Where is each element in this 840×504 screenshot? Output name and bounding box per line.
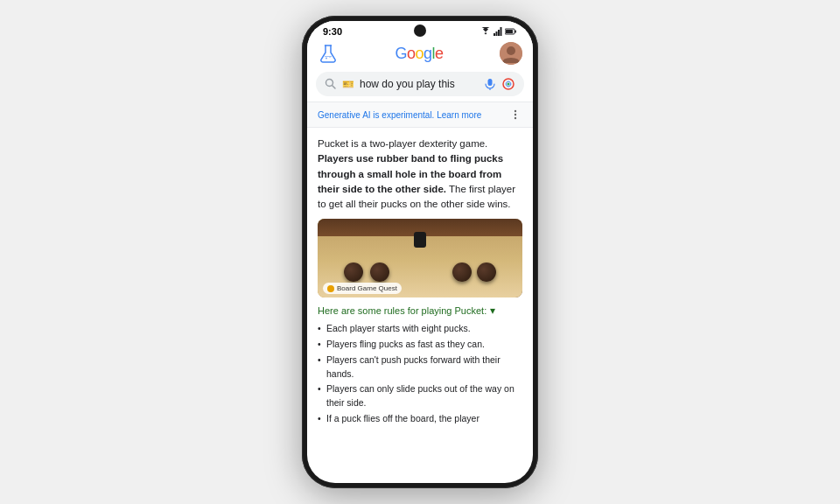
phone-device: 9:30 xyxy=(302,16,538,488)
ai-banner-text: Generative AI is experimental. Learn mor… xyxy=(318,110,481,120)
google-logo: Google xyxy=(395,45,443,63)
summary-intro: Pucket is a two-player dexterity game. xyxy=(318,138,487,149)
svg-point-7 xyxy=(326,58,327,60)
svg-rect-2 xyxy=(498,30,500,36)
svg-rect-0 xyxy=(494,33,495,36)
svg-line-13 xyxy=(332,86,336,89)
user-avatar[interactable] xyxy=(500,42,522,65)
status-time: 9:30 xyxy=(323,26,342,37)
flask-icon[interactable] xyxy=(318,43,339,64)
rule-item-5: If a puck flies off the board, the playe… xyxy=(318,412,522,426)
top-bar: Google xyxy=(307,38,533,68)
main-content: Pucket is a two-player dexterity game. P… xyxy=(307,128,533,483)
signal-icon xyxy=(494,27,502,36)
svg-rect-14 xyxy=(488,79,493,86)
svg-point-20 xyxy=(514,117,516,119)
summary-text: Pucket is a two-player dexterity game. P… xyxy=(318,136,522,212)
svg-rect-5 xyxy=(506,30,513,33)
rule-item-3: Players can't push pucks forward with th… xyxy=(318,354,522,382)
image-caption: Board Game Quest xyxy=(323,283,402,294)
svg-rect-1 xyxy=(496,32,498,36)
search-icon xyxy=(325,78,337,90)
svg-point-17 xyxy=(508,83,510,86)
rule-item-2: Players fling pucks as fast as they can. xyxy=(318,338,522,352)
more-options-icon[interactable] xyxy=(508,108,522,122)
learn-more-link[interactable]: Learn more xyxy=(437,110,481,120)
phone-screen: 9:30 xyxy=(307,21,533,483)
wifi-icon xyxy=(480,27,491,36)
caption-dot xyxy=(327,285,334,292)
game-image: Board Game Quest xyxy=(318,219,522,298)
rules-list: Each player starts with eight pucks. Pla… xyxy=(318,322,522,425)
ai-banner: Generative AI is experimental. Learn mor… xyxy=(307,102,533,128)
microphone-icon[interactable] xyxy=(484,78,496,90)
board-hole xyxy=(414,232,426,248)
rule-item-4: Players can only slide pucks out of the … xyxy=(318,382,522,410)
svg-point-18 xyxy=(514,110,516,112)
svg-point-8 xyxy=(329,57,330,58)
rules-title: Here are some rules for playing Pucket: xyxy=(318,305,486,316)
chevron-down-icon[interactable]: ▾ xyxy=(490,304,495,317)
search-query: how do you play this xyxy=(360,78,479,90)
svg-point-19 xyxy=(514,114,516,116)
battery-icon xyxy=(505,28,517,35)
rule-item-1: Each player starts with eight pucks. xyxy=(318,322,522,336)
status-icons xyxy=(480,27,517,36)
caption-text: Board Game Quest xyxy=(337,284,397,292)
phone-notch xyxy=(414,24,426,37)
search-sticker: 🎫 xyxy=(342,79,354,90)
svg-rect-3 xyxy=(500,27,502,36)
svg-point-11 xyxy=(507,46,515,55)
rules-header[interactable]: Here are some rules for playing Pucket: … xyxy=(318,304,522,317)
svg-rect-6 xyxy=(515,31,517,33)
google-lens-icon[interactable] xyxy=(501,77,515,91)
search-bar[interactable]: 🎫 how do you play this xyxy=(316,72,524,96)
